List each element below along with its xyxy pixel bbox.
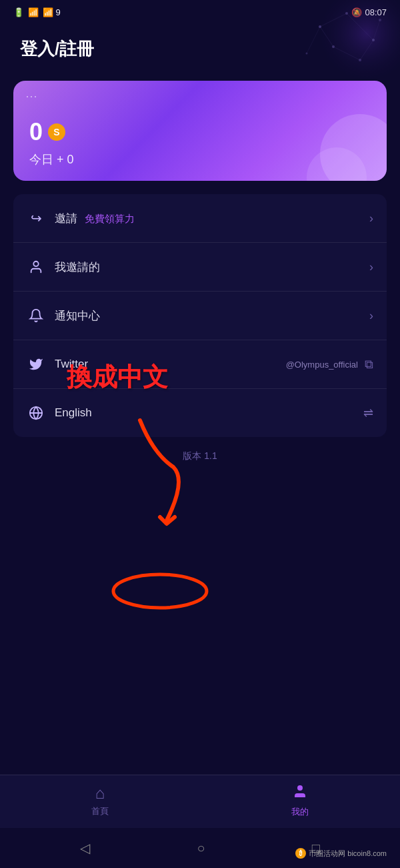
page-title: 登入/註冊 <box>0 24 400 81</box>
invite-icon: ↪ <box>27 209 45 228</box>
nav-item-home[interactable]: ⌂ 首頁 <box>0 784 200 817</box>
menu-item-twitter[interactable]: Twitter @Olympus_official ⧉ <box>13 340 387 389</box>
twitter-right: @Olympus_official ⧉ <box>286 358 373 372</box>
my-nav-label: 我的 <box>291 806 309 818</box>
swap-icon[interactable]: ⇌ <box>363 406 373 420</box>
my-invites-icon <box>27 258 45 276</box>
notifications-label: 通知中心 <box>55 308 369 324</box>
menu-item-language[interactable]: English ⇌ <box>13 389 387 437</box>
invite-chevron-icon: › <box>369 211 373 226</box>
invite-label: 邀請 免費領算力 <box>55 211 369 226</box>
time-display: 08:07 <box>365 7 387 17</box>
twitter-handle: @Olympus_official <box>286 360 358 370</box>
menu-item-notifications[interactable]: 通知中心 › <box>13 292 387 340</box>
status-left-icons: 🔋 📶 📶 9 <box>13 7 61 17</box>
notifications-icon <box>27 306 45 325</box>
my-invites-right: › <box>369 260 373 274</box>
status-right-icons: 🔕 08:07 <box>351 7 387 17</box>
svg-point-17 <box>113 574 207 608</box>
svg-point-18 <box>297 785 303 791</box>
card-dots: ⋯ <box>25 89 39 103</box>
notifications-chevron-icon: › <box>369 309 373 323</box>
bottom-nav: ⌂ 首頁 我的 <box>0 775 400 828</box>
signal-strength: 📶 9 <box>43 7 61 17</box>
home-button[interactable]: ○ <box>197 841 205 856</box>
mute-icon: 🔕 <box>351 7 362 17</box>
card-s-badge: S <box>48 123 65 141</box>
nav-item-my[interactable]: 我的 <box>200 783 400 818</box>
watermark-coin: ₿ <box>295 848 306 859</box>
twitter-label: Twitter <box>55 358 286 371</box>
notifications-right: › <box>369 309 373 323</box>
language-label: English <box>55 406 363 420</box>
circle-annotation <box>107 571 213 614</box>
my-invites-label: 我邀請的 <box>55 260 369 275</box>
system-nav: ◁ ○ □ ₿ 币圈活动网 bicoin8.com <box>0 828 400 868</box>
svg-point-15 <box>33 262 38 266</box>
home-nav-icon: ⌂ <box>95 784 105 803</box>
home-nav-label: 首頁 <box>91 805 109 817</box>
language-right: ⇌ <box>363 406 373 420</box>
status-bar: 🔋 📶 📶 9 🔕 08:07 <box>0 0 400 24</box>
invite-highlight: 免費領算力 <box>85 213 135 224</box>
wifi-icon: 📶 <box>28 7 39 17</box>
invite-right: › <box>369 211 373 226</box>
back-button[interactable]: ◁ <box>80 840 90 856</box>
copy-icon[interactable]: ⧉ <box>365 358 373 372</box>
watermark-text: 币圈活动网 bicoin8.com <box>309 849 387 859</box>
battery-icon: 🔋 <box>13 7 24 17</box>
twitter-icon <box>27 355 45 374</box>
my-nav-icon <box>292 783 308 803</box>
menu-list: ↪ 邀請 免費領算力 › 我邀請的 › 通知中心 <box>13 194 387 437</box>
balance-card: ⋯ 0 S 今日 + 0 <box>13 81 387 181</box>
menu-item-invite[interactable]: ↪ 邀請 免費領算力 › <box>13 194 387 243</box>
card-amount: 0 <box>29 118 43 146</box>
language-icon <box>27 404 45 422</box>
menu-item-my-invites[interactable]: 我邀請的 › <box>13 243 387 292</box>
version-text: 版本 1.1 <box>0 437 400 476</box>
my-invites-chevron-icon: › <box>369 260 373 274</box>
